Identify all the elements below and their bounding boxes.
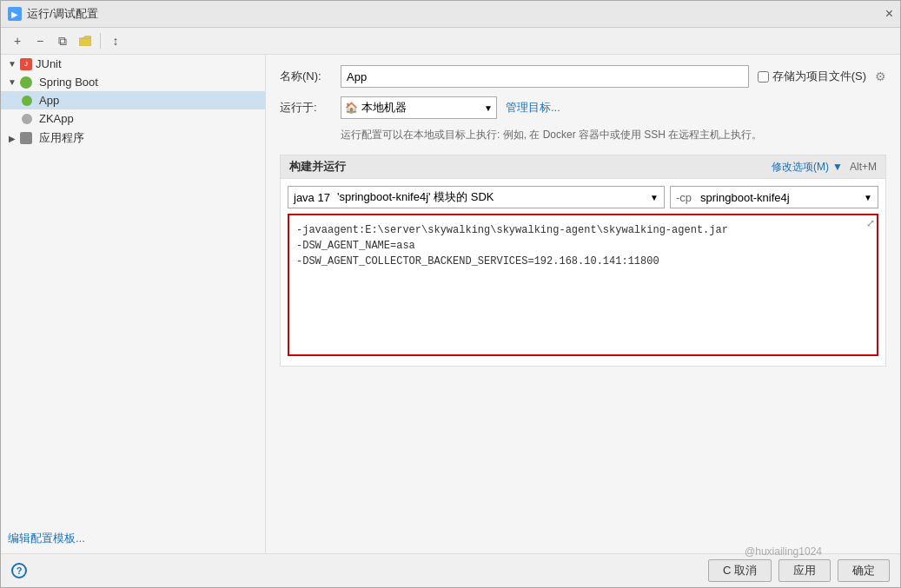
tree-item-springboot[interactable]: ▼ Spring Boot	[1, 73, 265, 91]
springboot-icon	[20, 76, 32, 89]
save-to-file-checkbox[interactable]	[758, 71, 769, 83]
run-on-value: 本地机器	[361, 100, 407, 116]
remove-config-button[interactable]: −	[30, 31, 50, 50]
springboot-label: Spring Boot	[39, 76, 98, 89]
sdk-module: 'springboot-knife4j' 模块的 SDK	[337, 189, 494, 205]
ok-button[interactable]: 确定	[838, 559, 890, 582]
cp-select-arrow: ▼	[864, 193, 872, 202]
code-area-container: ⤢	[288, 214, 878, 359]
cp-select[interactable]: -cp springboot-knife4j ▼	[670, 186, 878, 208]
run-on-arrow: ▼	[484, 103, 493, 113]
title-bar: ▶ 运行/调试配置 ×	[1, 1, 900, 28]
run-on-info: 运行配置可以在本地或目标上执行: 例如, 在 Docker 容器中或使用 SSH…	[280, 128, 886, 142]
modify-options-arrow: ▼	[832, 161, 843, 173]
zkapp-label: ZKApp	[39, 112, 74, 125]
dialog-title: 运行/调试配置	[27, 6, 98, 22]
copy-config-button[interactable]: ⧉	[53, 31, 72, 50]
bottom-bar: ? C 取消 应用 确定	[1, 553, 900, 587]
cp-value: springboot-knife4j	[700, 191, 790, 204]
manage-target-link[interactable]: 管理目标...	[506, 100, 560, 116]
modify-options-button[interactable]: 修改选项(M) ▼ Alt+M	[772, 160, 877, 175]
svg-rect-0	[79, 38, 91, 46]
add-config-button[interactable]: +	[8, 31, 27, 50]
apply-button[interactable]: 应用	[778, 559, 831, 582]
build-section-header: 构建并运行 修改选项(M) ▼ Alt+M	[281, 155, 885, 179]
applications-arrow: ▶	[8, 134, 17, 143]
applications-icon	[20, 132, 32, 144]
home-icon: 🏠	[345, 102, 358, 114]
name-input[interactable]	[341, 65, 749, 88]
junit-arrow: ▼	[8, 59, 17, 69]
build-section-body: java 17 'springboot-knife4j' 模块的 SDK ▼ -…	[281, 179, 885, 366]
run-debug-config-dialog: ▶ 运行/调试配置 × + − ⧉ ↕ ▼ J JUnit	[0, 0, 901, 588]
close-button[interactable]: ×	[885, 7, 893, 21]
cp-label: -cp	[676, 191, 692, 204]
edit-template-link[interactable]: 编辑配置模板...	[8, 532, 85, 545]
expand-icon[interactable]: ⤢	[866, 217, 875, 229]
build-section-title: 构建并运行	[289, 159, 346, 175]
java-sdk-select[interactable]: java 17 'springboot-knife4j' 模块的 SDK ▼	[288, 186, 665, 208]
sort-button[interactable]: ↕	[106, 31, 125, 50]
tree-item-junit[interactable]: ▼ J JUnit	[1, 55, 265, 73]
run-on-label: 运行于:	[280, 100, 332, 116]
tree-item-app[interactable]: App	[1, 91, 265, 109]
name-label: 名称(N):	[280, 69, 332, 84]
gear-icon[interactable]: ⚙	[875, 69, 886, 83]
name-row: 名称(N): 存储为项目文件(S) ⚙	[280, 65, 886, 88]
toolbar: + − ⧉ ↕	[1, 28, 900, 55]
sdk-label: java 17	[294, 191, 330, 204]
save-to-file-label[interactable]: 存储为项目文件(S)	[758, 69, 866, 84]
build-section: 构建并运行 修改选项(M) ▼ Alt+M java 17 'springboo…	[280, 155, 886, 367]
toolbar-separator	[100, 33, 101, 49]
bottom-left: ?	[11, 563, 27, 578]
edit-template-area: 编辑配置模板...	[1, 524, 265, 553]
junit-icon: J	[20, 58, 32, 70]
help-button[interactable]: ?	[11, 563, 27, 578]
watermark: @huxiailing1024	[745, 545, 822, 558]
applications-label: 应用程序	[39, 130, 84, 146]
app-label: App	[39, 94, 59, 107]
title-bar-left: ▶ 运行/调试配置	[8, 6, 98, 22]
run-on-select[interactable]: 🏠 本地机器 ▼	[341, 96, 497, 119]
tree-item-zkapp[interactable]: ZKApp	[1, 109, 265, 128]
folder-button[interactable]	[76, 31, 95, 50]
app-icon	[22, 96, 32, 106]
sdk-row: java 17 'springboot-knife4j' 模块的 SDK ▼ -…	[288, 186, 878, 208]
cancel-button[interactable]: C 取消	[708, 559, 772, 582]
dialog-icon: ▶	[8, 7, 22, 21]
bottom-right: C 取消 应用 确定	[708, 559, 890, 582]
zkapp-icon	[22, 114, 32, 124]
sdk-select-arrow: ▼	[650, 193, 659, 202]
run-on-row: 运行于: 🏠 本地机器 ▼ 管理目标...	[280, 96, 886, 119]
main-content: ▼ J JUnit ▼ Spring Boot App ZKApp	[1, 55, 900, 553]
junit-label: JUnit	[36, 57, 62, 70]
modify-options-shortcut: Alt+M	[850, 161, 877, 173]
springboot-arrow: ▼	[8, 77, 17, 87]
tree-item-applications[interactable]: ▶ 应用程序	[1, 128, 265, 149]
right-panel: 名称(N): 存储为项目文件(S) ⚙ 运行于: 🏠 本地机器 ▼ 管理目标..…	[266, 55, 900, 553]
modify-options-label: 修改选项(M)	[772, 160, 829, 175]
jvm-args-input[interactable]	[288, 214, 878, 356]
left-panel: ▼ J JUnit ▼ Spring Boot App ZKApp	[1, 55, 266, 553]
